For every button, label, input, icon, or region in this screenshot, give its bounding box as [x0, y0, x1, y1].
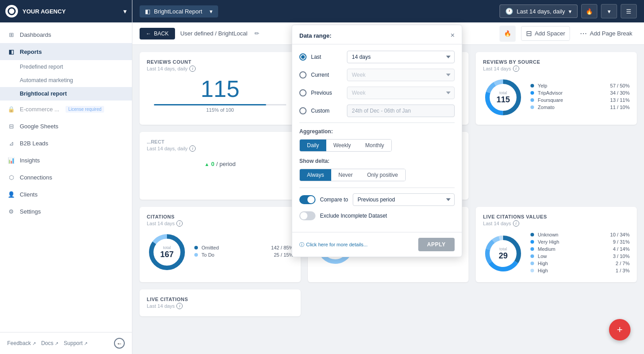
custom-radio[interactable] — [299, 107, 307, 114]
chart-icon: 📊 — [7, 156, 15, 164]
info-circle-icon: ⓘ — [299, 241, 304, 248]
add-page-break-button[interactable]: ⋯ Add Page Break — [575, 26, 637, 40]
custom-label: Custom — [311, 108, 342, 114]
never-button[interactable]: Never — [331, 169, 360, 181]
breadcrumb: User defined / BrightLocal — [180, 30, 248, 37]
current-radio[interactable] — [299, 71, 307, 79]
current-label: Current — [311, 72, 342, 78]
sidebar-item-dashboards[interactable]: ⊞ Dashboards — [0, 26, 132, 43]
sidebar-item-label: Settings — [20, 208, 41, 215]
card-title: REVIEWS COUNT — [147, 59, 294, 65]
last-value-select[interactable]: 14 days 7 days 30 days — [347, 51, 455, 63]
info-link-text: Click here for more details... — [306, 242, 368, 247]
card-subtitle: Last 14 days i — [483, 220, 630, 227]
current-value-select[interactable]: Week Month — [347, 69, 455, 81]
add-spacer-button[interactable]: ⊟ Add Spacer — [521, 26, 570, 41]
flame-button[interactable]: 🔥 — [581, 4, 597, 18]
previous-radio[interactable] — [299, 89, 307, 96]
fab-add-button[interactable]: + — [609, 319, 631, 341]
agency-chevron-icon: ▾ — [123, 8, 127, 15]
info-icon[interactable]: i — [176, 220, 183, 227]
agency-selector[interactable]: YOUR AGENCY ▾ — [22, 8, 127, 15]
agency-name: YOUR AGENCY — [22, 8, 66, 15]
daily-button[interactable]: Daily — [300, 140, 326, 151]
last-radio[interactable] — [299, 53, 307, 61]
spacer-icon: ⊟ — [526, 29, 532, 38]
compare-select[interactable]: Previous period Previous year — [353, 193, 455, 206]
aggregation-label: Aggregation: — [299, 128, 455, 135]
legend-item: TripAdvisor 34 / 30% — [530, 90, 630, 96]
only-positive-button[interactable]: Only positive — [360, 169, 405, 181]
card-subtitle: Last 14 days, daily i — [147, 66, 294, 72]
info-icon[interactable]: i — [513, 220, 519, 227]
sidebar-item-reports[interactable]: ◧ Reports — [0, 43, 132, 60]
legend-item: Zomato 11 / 10% — [530, 105, 630, 110]
sidebar-subitem-predefined[interactable]: Predefined report — [0, 60, 132, 74]
date-range-selector[interactable]: 🕐 Last 14 days, daily ▾ — [499, 4, 578, 18]
sidebar-item-settings[interactable]: ⚙ Settings — [0, 203, 132, 220]
exclude-toggle[interactable] — [299, 211, 315, 220]
external-link-icon: ↗ — [55, 341, 58, 346]
info-icon[interactable]: i — [513, 66, 519, 72]
topbar-chevron-button[interactable]: ▾ — [601, 4, 617, 18]
panel-header: Data range: × — [292, 25, 462, 44]
compare-toggle[interactable] — [299, 195, 315, 204]
donut-label: total 115 — [496, 91, 510, 105]
lock-icon: 🔒 — [7, 105, 15, 113]
info-icon[interactable]: i — [189, 145, 196, 152]
info-icon[interactable]: i — [176, 303, 183, 309]
add-page-break-label: Add Page Break — [590, 30, 632, 37]
back-button[interactable]: ← BACK — [140, 28, 175, 39]
sidebar-item-b2b-leads[interactable]: ⊿ B2B Leads — [0, 135, 132, 152]
sub-topbar-actions: 🔥 ⊟ Add Spacer ⋯ Add Page Break — [499, 26, 637, 42]
profile-button[interactable]: ← — [114, 338, 125, 349]
license-badge: License required — [66, 106, 104, 113]
sidebar-subitem-automated[interactable]: Automated marketing — [0, 74, 132, 87]
card-title: LIVE CITATIONS VALUES — [483, 214, 630, 219]
info-link[interactable]: ⓘ Click here for more details... — [299, 241, 368, 248]
report-selector[interactable]: ◧ BrightLocal Report ▾ — [140, 5, 218, 17]
apply-button[interactable]: APPLY — [418, 238, 455, 251]
sidebar-item-label: Connections — [20, 174, 52, 181]
sidebar-navigation: ⊞ Dashboards ◧ Reports Predefined report… — [0, 22, 132, 332]
docs-link[interactable]: Docs ↗ — [41, 338, 58, 349]
aggregation-toggle-group: Daily Weekly Monthly — [299, 139, 392, 152]
monthly-button[interactable]: Monthly — [358, 140, 391, 151]
always-button[interactable]: Always — [300, 169, 331, 181]
legend-item: Foursquare 13 / 11% — [530, 97, 630, 103]
sidebar-item-label: Dashboards — [20, 31, 51, 38]
support-link[interactable]: Support ↗ — [64, 338, 88, 349]
sidebar-item-label: E-commerce ... — [20, 106, 59, 113]
menu-button[interactable]: ☰ — [621, 4, 637, 18]
topbar: ◧ BrightLocal Report ▾ 🕐 Last 14 days, d… — [132, 0, 644, 22]
donut-label: total 29 — [499, 247, 508, 261]
feedback-link[interactable]: Feedback ↗ — [7, 338, 36, 349]
card-subtitle: Last 14 days i — [147, 303, 294, 309]
legend-item: High 2 / 7% — [530, 261, 630, 266]
sidebar-item-label: B2B Leads — [20, 140, 48, 147]
sidebar-subitem-brightlocal[interactable]: Brightlocal report — [0, 87, 132, 101]
sidebar-item-google-sheets[interactable]: ⊟ Google Sheets — [0, 118, 132, 135]
data-range-panel: Data range: × Last 14 days 7 days 30 day… — [292, 25, 462, 257]
sidebar-item-ecommerce[interactable]: 🔒 E-commerce ... License required — [0, 101, 132, 118]
sidebar-subitem-label: Automated marketing — [20, 77, 73, 83]
bottom-cards-row: LIVE CITATIONS Last 14 days i — [140, 289, 637, 316]
close-button[interactable]: × — [451, 31, 455, 39]
last-option-row: Last 14 days 7 days 30 days — [299, 51, 455, 63]
report-action-button[interactable]: 🔥 — [499, 26, 516, 42]
custom-date-input[interactable]: 24th of Dec - 06th of Jan — [347, 105, 455, 117]
donut-legend: Unknown 10 / 34% Very High 9 / 31% Mediu… — [530, 232, 630, 275]
fire-icon: 🔥 — [504, 30, 511, 37]
sidebar-item-connections[interactable]: ⬡ Connections — [0, 169, 132, 186]
external-link-icon: ↗ — [32, 341, 36, 346]
donut-chart: total 29 — [483, 233, 523, 274]
edit-icon[interactable]: ✏ — [254, 30, 259, 37]
back-label: BACK — [154, 31, 169, 37]
info-icon[interactable]: i — [189, 66, 196, 72]
sidebar-item-clients[interactable]: 👤 Clients — [0, 186, 132, 203]
previous-label: Previous — [311, 90, 342, 96]
sidebar-item-label: Clients — [20, 191, 38, 198]
weekly-button[interactable]: Weekly — [326, 140, 358, 151]
previous-value-select[interactable]: Week Month — [347, 87, 455, 99]
sidebar-item-insights[interactable]: 📊 Insights — [0, 152, 132, 169]
